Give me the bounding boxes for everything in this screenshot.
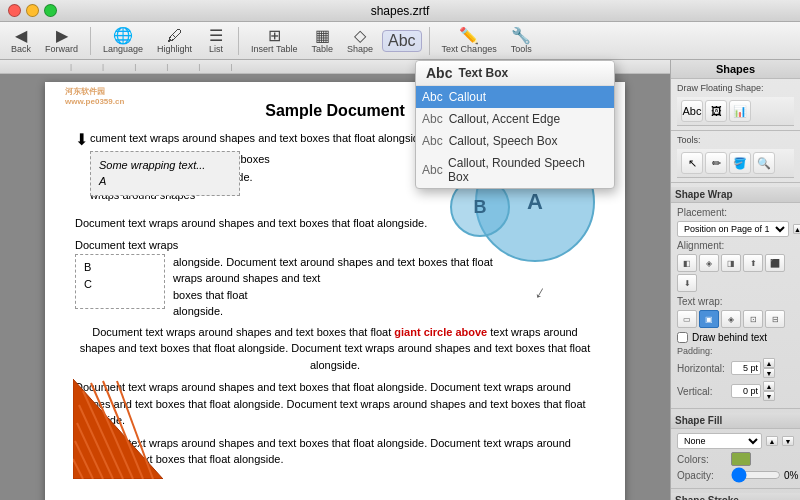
dropdown-menu: Abc Text Box Abc Callout Abc Callout, Ac… (415, 60, 615, 189)
padding-h-input[interactable] (731, 361, 761, 375)
shapes-panel-title: Shapes (671, 60, 800, 79)
dropdown-item-accent-edge[interactable]: Abc Callout, Accent Edge (416, 108, 614, 130)
padding-v-input[interactable] (731, 384, 761, 398)
zoom-tool-btn[interactable]: 🔍 (753, 152, 775, 174)
textbox-button[interactable]: Abc (382, 30, 422, 52)
shape-icon: ◇ (354, 28, 366, 44)
select-tool-btn[interactable]: ↖ (681, 152, 703, 174)
minimize-button[interactable] (26, 4, 39, 17)
wrap-tight-btn[interactable]: ◈ (721, 310, 741, 328)
wrap-none-btn[interactable]: ▭ (677, 310, 697, 328)
tools-label: Tools: (677, 135, 794, 145)
tools-button[interactable]: 🔧 Tools (506, 26, 537, 56)
chart-icon-btn[interactable]: 📊 (729, 100, 751, 122)
align-left-btn[interactable]: ◧ (677, 254, 697, 272)
speech-box-icon: Abc (422, 134, 443, 148)
align-center-btn[interactable]: ◈ (699, 254, 719, 272)
placement-label: Placement: (677, 207, 727, 218)
list-button[interactable]: ☰ List (201, 26, 231, 56)
rounded-speech-label: Callout, Rounded Speech Box (448, 156, 604, 184)
accent-edge-icon: Abc (422, 112, 443, 126)
placement-select[interactable]: Position on Page of 1 (677, 221, 789, 237)
callout-icon: Abc (422, 90, 443, 104)
toolbar: ◀ Back ▶ Forward 🌐 Language 🖊 Highlight … (0, 22, 800, 60)
fill-colors-row: Colors: (677, 452, 794, 466)
dropdown-header: Abc Text Box (416, 61, 614, 86)
speech-box-label: Callout, Speech Box (449, 134, 558, 148)
alignment-label: Alignment: (677, 240, 727, 251)
textwrap-row: Text wrap: (677, 296, 794, 307)
pen-tool-btn[interactable]: ✏ (705, 152, 727, 174)
forward-button[interactable]: ▶ Forward (40, 26, 83, 56)
maximize-button[interactable] (44, 4, 57, 17)
draw-floating-section: Draw Floating Shape: Abc 🖼 📊 (671, 79, 800, 131)
dropdown-item-rounded-speech[interactable]: Abc Callout, Rounded Speech Box (416, 152, 614, 188)
tools-section: Tools: ↖ ✏ 🪣 🔍 (671, 131, 800, 183)
float-textbox-bc[interactable]: BC (75, 254, 165, 309)
alignment-row: Alignment: (677, 240, 794, 251)
insert-table-icon: ⊞ (268, 28, 281, 44)
padding-h-row: Horizontal: ▲ ▼ (677, 358, 794, 378)
shape-button[interactable]: ◇ Shape (342, 26, 378, 56)
list-icon: ☰ (209, 28, 223, 44)
dropdown-title: Text Box (458, 66, 508, 80)
fill-tool-btn[interactable]: 🪣 (729, 152, 751, 174)
float-textbox-a-text: Some wrapping text... A (99, 159, 205, 188)
wrap-through-btn[interactable]: ⊡ (743, 310, 763, 328)
tools-toolbar: ↖ ✏ 🪣 🔍 (677, 149, 794, 178)
draw-behind-row: Draw behind text (677, 332, 794, 343)
fill-none-row: None ▲ ▼ (677, 433, 794, 449)
align-middle-btn[interactable]: ⬛ (765, 254, 785, 272)
window-controls[interactable] (8, 4, 57, 17)
padding-h-down[interactable]: ▼ (763, 368, 775, 378)
placement-step-up[interactable]: ▲ (793, 224, 800, 234)
padding-v-stepper: ▲ ▼ (731, 381, 775, 401)
fill-up[interactable]: ▲ (766, 436, 778, 446)
image-icon-btn[interactable]: 🖼 (705, 100, 727, 122)
opacity-slider[interactable] (731, 469, 781, 481)
align-bottom-btn[interactable]: ⬇ (677, 274, 697, 292)
dropdown-item-callout[interactable]: Abc Callout (416, 86, 614, 108)
wrap-topbottom-btn[interactable]: ⊟ (765, 310, 785, 328)
wrap-around-btn[interactable]: ▣ (699, 310, 719, 328)
placement-row: Placement: (677, 207, 794, 218)
forward-icon: ▶ (56, 28, 68, 44)
padding-h-up[interactable]: ▲ (763, 358, 775, 368)
doc-paragraph-giant: Document text wraps around shapes and te… (75, 324, 595, 374)
highlight-icon: 🖊 (167, 28, 183, 44)
table-icon: ▦ (315, 28, 330, 44)
fill-type-select[interactable]: None (677, 433, 762, 449)
highlight-button[interactable]: 🖊 Highlight (152, 26, 197, 56)
color-swatch[interactable] (731, 452, 751, 466)
padding-v-up[interactable]: ▲ (763, 381, 775, 391)
padding-v-row: Vertical: ▲ ▼ (677, 381, 794, 401)
text-box-icon-btn[interactable]: Abc (681, 100, 703, 122)
dropdown-item-speech-box[interactable]: Abc Callout, Speech Box (416, 130, 614, 152)
draw-behind-checkbox[interactable] (677, 332, 688, 343)
table-button[interactable]: ▦ Table (306, 26, 338, 56)
align-right-btn[interactable]: ◨ (721, 254, 741, 272)
fill-down[interactable]: ▼ (782, 436, 794, 446)
title-bar: shapes.zrtf (0, 0, 800, 22)
right-panel: Shapes Draw Floating Shape: Abc 🖼 📊 Tool… (670, 60, 800, 500)
separator-1 (90, 27, 91, 55)
padding-h-label: Horizontal: (677, 363, 727, 374)
colors-label: Colors: (677, 454, 727, 465)
opacity-value: 0% (784, 470, 798, 481)
watermark: 河东软件园www.pe0359.cn (65, 86, 124, 106)
padding-v-down[interactable]: ▼ (763, 391, 775, 401)
opacity-row: Opacity: 0% (677, 469, 794, 481)
shape-stroke-section: Shape Stroke Thickness: ▲ ▼ (671, 489, 800, 500)
language-button[interactable]: 🌐 Language (98, 26, 148, 56)
text-changes-button[interactable]: ✏️ Text Changes (437, 26, 502, 56)
shape-wrap-section: Shape Wrap Placement: Position on Page o… (671, 183, 800, 409)
float-textbox-a[interactable]: Some wrapping text... A (90, 151, 240, 196)
close-button[interactable] (8, 4, 21, 17)
back-button[interactable]: ◀ Back (6, 26, 36, 56)
align-top-btn[interactable]: ⬆ (743, 254, 763, 272)
circle-a-label: A (527, 189, 543, 215)
accent-edge-label: Callout, Accent Edge (449, 112, 560, 126)
opacity-slider-row: 0% (731, 469, 798, 481)
title-bar-filename: shapes.zrtf (371, 4, 430, 18)
insert-table-button[interactable]: ⊞ Insert Table (246, 26, 302, 56)
